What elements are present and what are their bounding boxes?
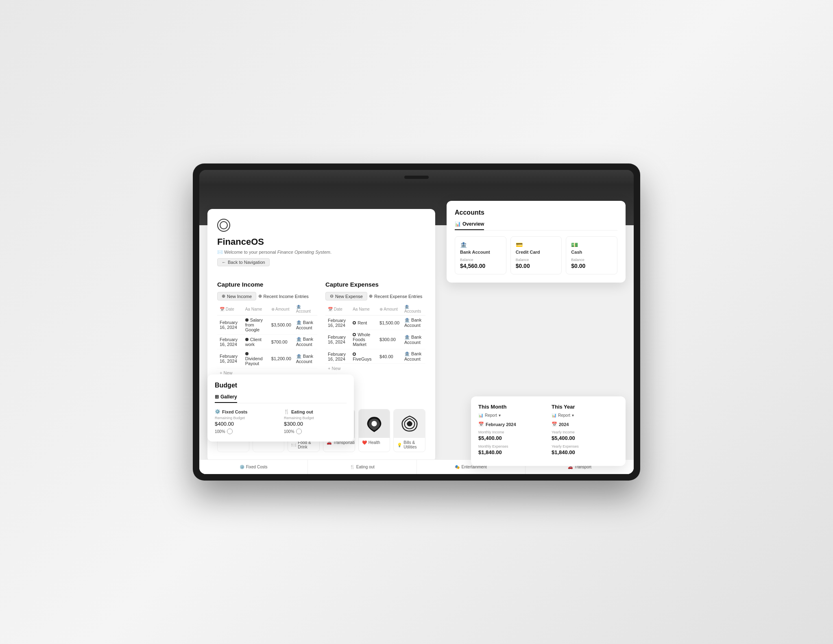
budget-gallery-tab[interactable]: ⊞ Gallery <box>215 394 237 403</box>
bank-balance-label: Balance <box>460 258 501 262</box>
cat-icon-food: 🍽️ <box>291 443 296 447</box>
new-income-icon: ⊕ <box>222 294 225 299</box>
cash-name: Cash <box>571 250 612 255</box>
cat-label-bills: 💡 Bills & Utilities <box>394 438 425 452</box>
fixed-costs-title: ⚙️ Fixed Costs <box>215 409 277 414</box>
expense-name-1: Rent <box>350 315 377 330</box>
report-chart-icon: 📊 <box>478 413 483 418</box>
expense-date-1: February 16, 2024 <box>325 315 350 330</box>
this-year-section: This Year 📊 Report ▾ 📅 2024 Yearly Incom… <box>552 404 618 459</box>
yearly-expenses-value: $1,840.00 <box>552 449 618 455</box>
accounts-grid: 🏦 Bank Account Balance $4,560.00 💳 Credi… <box>455 236 617 274</box>
collapse-icon: ⊕ <box>258 294 262 299</box>
chevron-icon-month: ▾ <box>499 413 501 418</box>
expense-row[interactable]: February 16, 2024 Rent $1,500.00 🏦 Bank … <box>325 315 425 330</box>
recent-income-label: Recent Income Entries <box>264 294 309 299</box>
income-row[interactable]: February 16, 2024 Salary from Google $3,… <box>217 315 317 335</box>
reports-grid: This Month 📊 Report ▾ 📅 February 2024 Mo… <box>478 404 618 459</box>
accounts-overview-tab[interactable]: 📊 Overview <box>455 221 484 230</box>
bank-account-card[interactable]: 🏦 Bank Account Balance $4,560.00 <box>455 236 506 274</box>
expense-add-new[interactable]: + New <box>325 364 425 373</box>
back-nav-button[interactable]: ← Back to Navigation <box>217 258 270 266</box>
capture-income-title: Capture Income <box>217 281 317 288</box>
fixed-remaining-label: Remaining Budget <box>215 416 277 420</box>
expense-table: 📅 Date Aa Name ⊕ Amount 🏦 Accounts Febru… <box>325 303 425 364</box>
device-screen: FinanceOS ✉️ Welcome to your personal Fi… <box>199 170 634 474</box>
new-income-button[interactable]: ⊕ New Income <box>217 292 256 300</box>
gallery-tab-label: Gallery <box>220 394 237 400</box>
yearly-income-label: Yearly Income <box>552 430 618 434</box>
income-row[interactable]: February 16, 2024 Client work $700.00 🏦 … <box>217 335 317 349</box>
back-nav-label: Back to Navigation <box>228 260 265 265</box>
fixed-costs-icon: ⚙️ <box>215 409 220 414</box>
cash-balance: $0.00 <box>571 263 612 269</box>
income-amount-2: $700.00 <box>269 335 294 349</box>
eating-remaining-label: Remaining Budget <box>284 416 347 420</box>
gallery-icon: ⊞ <box>215 394 219 400</box>
eating-percent-value: 100% <box>284 429 294 434</box>
eating-percent-circle <box>296 429 302 434</box>
recent-income-toggle[interactable]: ⊕ Recent Income Entries <box>258 294 309 299</box>
expense-row[interactable]: February 16, 2024 FiveGuys $40.00 🏦 Bank… <box>325 349 425 364</box>
expense-account-2: 🏦 Bank Account <box>402 330 425 349</box>
this-year-date: 📅 2024 <box>552 422 618 427</box>
this-month-sub: 📊 Report ▾ <box>478 413 545 418</box>
this-month-date-label: February 2024 <box>486 422 516 427</box>
cat-text-bills: Bills & Utilities <box>403 440 422 449</box>
expense-date-2: February 16, 2024 <box>325 330 350 349</box>
bank-account-icon: 🏦 <box>460 242 501 248</box>
expense-name-2: Whole Foods Market <box>350 330 377 349</box>
monthly-income-value: $5,400.00 <box>478 435 545 441</box>
new-expense-icon: ⊖ <box>330 294 334 299</box>
bottom-fixed-costs[interactable]: ⚙️ Fixed Costs <box>199 460 308 474</box>
budget-title: Budget <box>215 382 347 389</box>
bottom-fc-label: Fixed Costs <box>246 465 268 469</box>
budget-tab-bar: ⊞ Gallery <box>215 394 347 403</box>
bank-account-name: Bank Account <box>460 250 501 255</box>
overview-tab-label: Overview <box>462 221 484 227</box>
eating-out-label: Eating out <box>291 409 313 414</box>
cash-balance-label: Balance <box>571 258 612 262</box>
collapse-icon-2: ⊕ <box>369 294 373 299</box>
bottom-en-icon: 🎭 <box>455 465 460 469</box>
income-name-2: Client work <box>243 335 269 349</box>
this-year-title: This Year <box>552 404 618 410</box>
recent-expense-toggle[interactable]: ⊕ Recent Expense Entries <box>369 294 422 299</box>
budget-panel: Budget ⊞ Gallery ⚙️ Fixed Costs Remainin… <box>207 374 354 442</box>
col-amount: ⊕ Amount <box>269 303 294 315</box>
cash-card[interactable]: 💵 Cash Balance $0.00 <box>566 236 617 274</box>
income-name-3: Dividend Payout <box>243 349 269 368</box>
bottom-fc-icon: ⚙️ <box>240 465 244 469</box>
calendar-icon-year: 📅 <box>552 422 557 427</box>
exp-col-amount: ⊕ Amount <box>377 303 402 315</box>
credit-card-card[interactable]: 💳 Credit Card Balance $0.00 <box>510 236 562 274</box>
subtitle-text: Welcome to your personal Finance Operati… <box>224 250 331 255</box>
main-content: FinanceOS ✉️ Welcome to your personal Fi… <box>199 185 634 474</box>
eating-out-title: 🍴 Eating out <box>284 409 347 414</box>
expense-row[interactable]: February 16, 2024 Whole Foods Market $30… <box>325 330 425 349</box>
fixed-percent-value: 100% <box>215 429 225 434</box>
income-row[interactable]: February 16, 2024 Dividend Payout $1,200… <box>217 349 317 368</box>
category-card-health[interactable]: ❤️ Health <box>358 409 390 452</box>
income-date-3: February 16, 2024 <box>217 349 243 368</box>
subtitle-icon: ✉️ <box>217 250 223 255</box>
cat-icon-bills: 💡 <box>397 443 402 447</box>
cat-image-health <box>359 409 390 438</box>
income-date-1: February 16, 2024 <box>217 315 243 335</box>
new-expense-button[interactable]: ⊖ New Expense <box>325 292 367 300</box>
chart-icon: 📊 <box>455 221 461 227</box>
new-income-label: New Income <box>227 294 252 299</box>
credit-card-name: Credit Card <box>516 250 557 255</box>
category-card-bills[interactable]: 💡 Bills & Utilities <box>393 409 425 452</box>
app-logo <box>217 219 230 232</box>
cat-text-food: Food & Drink <box>298 440 316 449</box>
this-year-sub-label: Report <box>558 413 570 418</box>
bottom-eating-out[interactable]: 🍴 Eating out <box>308 460 416 474</box>
col-name: Aa Name <box>243 303 269 315</box>
expense-amount-2: $300.00 <box>377 330 402 349</box>
monthly-expenses-label: Monthly Expenses <box>478 444 545 448</box>
capture-income-section: Capture Income ⊕ New Income ⊕ Recent Inc… <box>217 281 317 377</box>
new-expense-label: New Expense <box>335 294 363 299</box>
app-title: FinanceOS <box>217 237 425 247</box>
credit-card-icon: 💳 <box>516 242 557 248</box>
